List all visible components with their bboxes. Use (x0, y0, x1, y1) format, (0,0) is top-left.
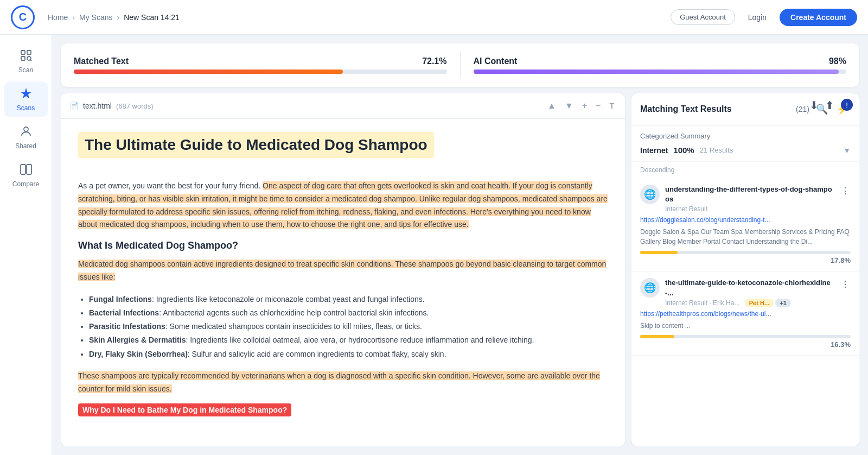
list-item: Parasitic Infestations: Some medicated s… (89, 320, 608, 333)
shared-icon (20, 125, 33, 140)
result-avatar-2: 🌐 (640, 278, 660, 298)
doc-title: The Ultimate Guide to Medicated Dog Sham… (78, 132, 434, 158)
right-panel-body: Categorized Summary Internet 100% 21 Res… (631, 125, 859, 446)
sidebar-shared-label: Shared (15, 142, 36, 150)
stat-divider (460, 52, 461, 78)
doc-toolbar: 📄 text.html (687 words) ▲ ▼ + − T (61, 93, 625, 119)
result-header-2: 🌐 the-ultimate-guide-to-ketoconazole-chl… (640, 278, 851, 306)
result-avatar-1: 🌐 (640, 185, 660, 204)
list-item: Bacterial Infections: Antibacterial agen… (89, 306, 608, 320)
ai-content-pct: 98% (829, 56, 846, 66)
result-header-1: 🌐 understanding-the-different-types-of-d… (640, 185, 851, 213)
categorized-summary: Categorized Summary Internet 100% 21 Res… (631, 125, 859, 162)
matched-text-bar-fill (74, 69, 343, 74)
svg-point-3 (27, 56, 31, 60)
doc-heading-1: What Is Medicated Dog Shampoo? (78, 240, 608, 251)
compare-icon (20, 163, 33, 178)
svg-rect-0 (21, 50, 25, 54)
breadcrumb-current: New Scan 14:21 (124, 13, 180, 22)
result-url-2[interactable]: https://pethealthpros.com/blogs/news/the… (640, 310, 851, 318)
create-account-button[interactable]: Create Account (780, 9, 857, 26)
breadcrumb-sep-1: › (72, 13, 75, 22)
minus-button[interactable]: − (593, 99, 603, 113)
sidebar-scans-label: Scans (17, 104, 35, 112)
sidebar-compare-label: Compare (12, 180, 39, 188)
result-snippet-1: Doggie Salon & Spa Our Team Spa Membersh… (640, 227, 851, 247)
tag-plus: +1 (775, 299, 791, 307)
list-item: Fungal Infections: Ingredients like keto… (89, 293, 608, 306)
breadcrumb-my-scans[interactable]: My Scans (79, 13, 112, 22)
login-button[interactable]: Login (742, 10, 773, 25)
share-button[interactable]: ⬆ (825, 99, 834, 112)
cat-pct: 100% (673, 146, 694, 155)
nav-up-button[interactable]: ▲ (545, 99, 558, 113)
sidebar-item-shared[interactable]: Shared (4, 119, 48, 155)
list-item: Skin Allergies & Dermatitis: Ingredients… (89, 333, 608, 347)
cat-tag: Internet (640, 146, 668, 155)
result-url-1[interactable]: https://doggiesalon.co/blog/understandin… (640, 216, 851, 224)
svg-point-5 (24, 127, 28, 131)
content-area: Matched Text 72.1% AI Content 98% (52, 35, 868, 455)
result-title-block-1: understanding-the-different-types-of-dog… (665, 185, 834, 213)
doc-para-4: Why Do I Need to Bathe My Dog in Medicat… (78, 404, 608, 417)
result-pct-1: 17.8% (640, 256, 851, 264)
app-logo: C (11, 5, 35, 29)
matched-text-stat: Matched Text 72.1% (74, 56, 447, 74)
nav-right: Guest Account Login Create Account (671, 9, 857, 26)
matched-text-label: Matched Text (74, 56, 129, 66)
result-bar-track-1 (640, 251, 851, 254)
result-type-1: Internet Result (665, 205, 834, 213)
cat-count: 21 Results (700, 146, 733, 154)
result-card-2: 🌐 the-ultimate-guide-to-ketoconazole-chl… (631, 271, 859, 355)
right-panel-title: Matching Text Results (640, 104, 792, 114)
sidebar-item-scans[interactable]: Scans (4, 81, 48, 117)
matched-text-bar-track (74, 69, 447, 74)
tag-pet-h: Pet H... (745, 299, 774, 307)
breadcrumb-home[interactable]: Home (48, 13, 68, 22)
result-bar-track-2 (640, 335, 851, 338)
ai-content-label: AI Content (474, 56, 518, 66)
doc-filename: text.html (83, 102, 112, 110)
add-button[interactable]: + (580, 99, 589, 113)
doc-para-1: As a pet owner, you want the best for yo… (78, 180, 608, 231)
alert-button[interactable]: ! (841, 99, 853, 111)
guest-account-button[interactable]: Guest Account (671, 9, 735, 25)
svg-line-4 (30, 60, 31, 61)
doc-toolbar-right: ▲ ▼ + − T (545, 99, 616, 113)
result-title-block-2: the-ultimate-guide-to-ketoconazole-chlor… (665, 278, 834, 306)
sidebar: Scan Scans Shared (0, 35, 52, 455)
doc-heading-red: Why Do I Need to Bathe My Dog in Medicat… (78, 403, 291, 416)
chevron-down-icon[interactable]: ▼ (843, 146, 851, 155)
result-bar-fill-1 (640, 251, 678, 254)
result-title-2: the-ultimate-guide-to-ketoconazole-chlor… (665, 278, 834, 298)
ai-content-bar-fill (474, 69, 839, 74)
svg-rect-7 (27, 165, 31, 174)
sidebar-scan-label: Scan (18, 66, 33, 74)
download-button[interactable]: ⬇ (809, 99, 819, 112)
doc-word-count: (687 words) (116, 102, 154, 110)
result-snippet-2: Skip to content ... (640, 321, 851, 331)
matched-text-pct: 72.1% (422, 56, 446, 66)
font-button[interactable]: T (607, 99, 616, 112)
result-title-1: understanding-the-different-types-of-dog… (665, 185, 834, 204)
breadcrumb-sep-2: › (117, 13, 120, 22)
cat-row: Internet 100% 21 Results ▼ (640, 146, 851, 155)
scan-icon (20, 49, 33, 64)
result-bar-fill-2 (640, 335, 674, 338)
sort-label: Descending (631, 162, 859, 178)
stats-bar: Matched Text 72.1% AI Content 98% (61, 43, 859, 87)
doc-para-2: Medicated dog shampoos contain active in… (78, 258, 608, 284)
result-card-1: 🌐 understanding-the-different-types-of-d… (631, 178, 859, 271)
file-icon: 📄 (69, 102, 79, 110)
result-more-button-1[interactable]: ⋮ (840, 185, 851, 197)
result-pct-2: 16.3% (640, 340, 851, 349)
nav-down-button[interactable]: ▼ (563, 99, 576, 113)
svg-rect-1 (27, 50, 31, 54)
result-more-button-2[interactable]: ⋮ (840, 278, 851, 290)
sidebar-item-scan[interactable]: Scan (4, 43, 48, 79)
results-count: (21) (796, 105, 809, 113)
svg-rect-2 (21, 56, 25, 60)
doc-wrapper: 📄 text.html (687 words) ▲ ▼ + − T The Ul… (61, 93, 859, 446)
right-panel: ⬇ ⬆ ! Matching Text Results (21) 🔍 ⚡ Cat… (631, 93, 859, 446)
sidebar-item-compare[interactable]: Compare (4, 157, 48, 193)
